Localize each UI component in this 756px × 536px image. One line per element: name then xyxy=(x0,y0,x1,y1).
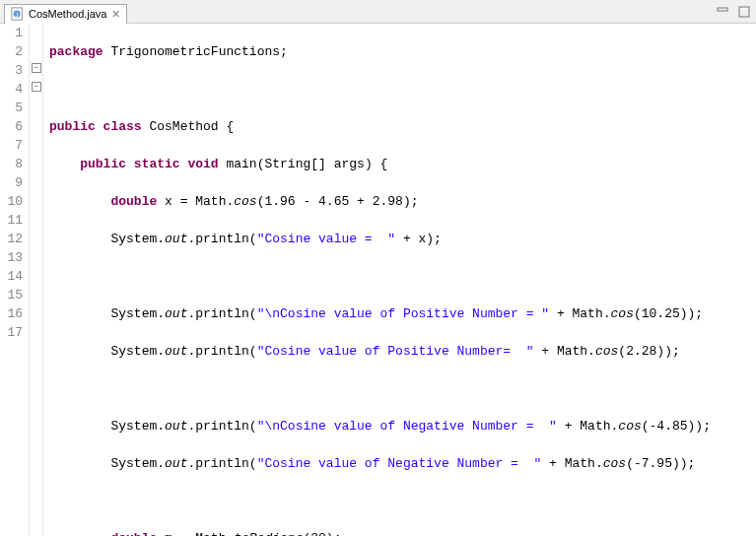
code-token: System. xyxy=(110,232,165,246)
code-token: System. xyxy=(110,419,165,434)
code-token: + Math. xyxy=(549,306,610,321)
maximize-icon[interactable] xyxy=(736,4,752,20)
svg-rect-3 xyxy=(718,8,727,11)
code-token: (1.96 - 4.65 + 2.98); xyxy=(257,194,419,209)
code-token: public xyxy=(80,157,126,171)
minimize-icon[interactable] xyxy=(715,4,730,20)
fold-column: − − xyxy=(30,24,43,536)
code-token: out xyxy=(165,456,187,471)
code-token: .println( xyxy=(187,419,256,434)
code-token: out xyxy=(165,344,187,359)
code-token: out xyxy=(165,306,187,321)
code-token: static xyxy=(126,157,180,171)
java-file-icon: J xyxy=(11,7,25,21)
code-token: cos xyxy=(234,194,256,209)
code-token: out xyxy=(165,232,187,246)
code-token: + Math. xyxy=(541,456,602,471)
code-token: System. xyxy=(110,344,165,359)
svg-rect-4 xyxy=(739,7,749,17)
code-token: double xyxy=(110,531,157,536)
code-token: (30); xyxy=(303,531,341,536)
fold-toggle-icon[interactable]: − xyxy=(32,63,41,73)
code-token: double xyxy=(110,194,157,209)
code-token: toRadians xyxy=(234,531,303,536)
code-token: "Cosine value = " xyxy=(257,232,395,246)
code-content[interactable]: package TrigonometricFunctions; public c… xyxy=(43,24,711,536)
code-token: "Cosine value of Positive Number= " xyxy=(257,344,534,359)
code-token: cos xyxy=(595,344,618,359)
code-token: class xyxy=(96,119,142,134)
code-token: m = Math. xyxy=(157,531,234,536)
code-token: main(String[] args) { xyxy=(219,157,388,171)
code-token: out xyxy=(165,419,187,434)
code-token: + Math. xyxy=(534,344,595,359)
code-token: System. xyxy=(110,306,165,321)
editor-tab-cosmethod[interactable]: J CosMethod.java ✕ xyxy=(4,4,127,24)
code-token: cos xyxy=(618,419,641,434)
code-token: .println( xyxy=(187,306,256,321)
code-token: + x); xyxy=(395,232,442,246)
code-token: cos xyxy=(603,456,626,471)
editor-tab-bar: J CosMethod.java ✕ xyxy=(0,0,756,24)
code-token: cos xyxy=(611,306,634,321)
code-token: x = Math. xyxy=(157,194,234,209)
code-token: void xyxy=(180,157,219,171)
code-token: TrigonometricFunctions; xyxy=(103,44,288,59)
code-token: (2.28)); xyxy=(618,344,679,359)
fold-toggle-icon[interactable]: − xyxy=(32,82,41,92)
code-token: .println( xyxy=(187,456,256,471)
code-token: (-4.85)); xyxy=(642,419,711,434)
code-token: .println( xyxy=(187,344,256,359)
code-token: + Math. xyxy=(557,419,618,434)
code-token: "Cosine value of Negative Number = " xyxy=(257,456,542,471)
close-icon[interactable]: ✕ xyxy=(111,8,120,21)
code-token: System. xyxy=(110,456,165,471)
svg-text:J: J xyxy=(16,11,19,18)
code-token: (10.25)); xyxy=(634,306,703,321)
code-token: (-7.95)); xyxy=(626,456,695,471)
editor-area: J CosMethod.java ✕ 123456789101112131415… xyxy=(0,0,756,536)
code-token: package xyxy=(49,44,103,59)
editor-tab-label: CosMethod.java xyxy=(29,8,107,20)
code-token: public xyxy=(49,119,96,134)
line-gutter: 1234567891011121314151617 xyxy=(0,24,30,536)
code-area[interactable]: 1234567891011121314151617 − − package Tr… xyxy=(0,24,756,536)
code-token: "\nCosine value of Negative Number = " xyxy=(257,419,557,434)
code-token: .println( xyxy=(187,232,256,246)
code-token: CosMethod { xyxy=(142,119,235,134)
code-token: "\nCosine value of Positive Number = " xyxy=(257,306,549,321)
